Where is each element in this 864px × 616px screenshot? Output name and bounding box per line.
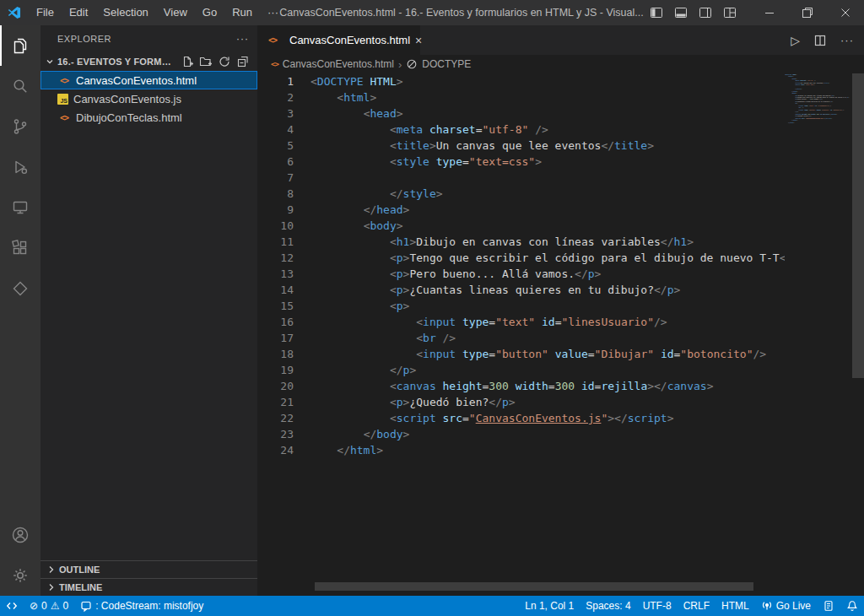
code-line-10[interactable]: 10 <body> bbox=[257, 218, 785, 234]
code-line-17[interactable]: 17 <br /> bbox=[257, 330, 785, 346]
title-bar: FileEditSelectionViewGoRun··· CanvasConE… bbox=[0, 0, 864, 25]
cursor-position[interactable]: Ln 1, Col 1 bbox=[519, 596, 580, 616]
timeline-section[interactable]: TIMELINE bbox=[40, 578, 257, 596]
code-line-23[interactable]: 23 </body> bbox=[257, 426, 785, 442]
eol-sequence[interactable]: CRLF bbox=[678, 596, 716, 616]
minimize-button[interactable] bbox=[750, 0, 788, 25]
horizontal-scrollbar[interactable] bbox=[315, 582, 753, 591]
breadcrumb: <> CanvasConEventos.html › DOCTYPE bbox=[257, 55, 864, 73]
code-line-14[interactable]: 14 <p>¿Cuantas lineas quieres en tu dibu… bbox=[257, 282, 785, 298]
outline-section[interactable]: OUTLINE bbox=[40, 560, 257, 578]
go-live-button[interactable]: Go Live bbox=[755, 596, 817, 616]
line-number: 10 bbox=[257, 218, 294, 234]
code-line-16[interactable]: 16 <input type="text" id="linesUsuario"/… bbox=[257, 314, 785, 330]
problems-indicator[interactable]: ⊘ 0 ⚠ 0 bbox=[24, 596, 74, 616]
code-line-1[interactable]: 1<DOCTYPE HTML> bbox=[257, 73, 785, 89]
new-folder-icon[interactable] bbox=[198, 54, 213, 69]
file-item-DibujoConTeclas.html[interactable]: <>DibujoConTeclas.html bbox=[40, 108, 257, 127]
code-text: <br /> bbox=[294, 330, 456, 346]
menu-run[interactable]: Run bbox=[224, 0, 260, 25]
code-line-11[interactable]: 11 <h1>Dibujo en canvas con líneas varia… bbox=[257, 234, 785, 250]
editor-more-actions[interactable]: ··· bbox=[840, 34, 854, 46]
restore-button[interactable] bbox=[788, 0, 826, 25]
customize-layout-icon[interactable] bbox=[717, 0, 742, 25]
activity-search[interactable] bbox=[0, 66, 40, 106]
code-line-7[interactable]: 7 bbox=[257, 170, 785, 186]
menu-file[interactable]: File bbox=[29, 0, 62, 25]
line-number: 2 bbox=[257, 89, 294, 105]
tab-close-icon[interactable]: × bbox=[415, 34, 422, 47]
menu-view[interactable]: View bbox=[156, 0, 195, 25]
code-line-6[interactable]: 6 <style type="text=css"> bbox=[257, 154, 785, 170]
chevron-right-icon bbox=[44, 580, 59, 595]
code-line-5[interactable]: 5 <title>Un canvas que lee eventos</titl… bbox=[257, 138, 785, 154]
monitor-icon bbox=[10, 197, 30, 218]
file-item-CanvasConEventos.js[interactable]: JSCanvasConEventos.js bbox=[40, 89, 257, 108]
toggle-secondary-sidebar-icon[interactable] bbox=[693, 0, 717, 25]
editor-region: <> CanvasConEventos.html × ▷ ··· <> Canv… bbox=[257, 25, 864, 596]
refresh-icon[interactable] bbox=[217, 54, 232, 69]
menu-selection[interactable]: Selection bbox=[95, 0, 155, 25]
remote-indicator[interactable] bbox=[0, 596, 24, 616]
code-line-8[interactable]: 8 </style> bbox=[257, 186, 785, 202]
toggle-sidebar-icon[interactable] bbox=[644, 0, 668, 25]
collapse-all-icon[interactable] bbox=[235, 54, 251, 69]
code-line-22[interactable]: 22 <script src="CanvasConEventos.js"></s… bbox=[257, 410, 785, 426]
breadcrumb-file[interactable]: CanvasConEventos.html bbox=[283, 58, 394, 70]
language-mode[interactable]: HTML bbox=[716, 596, 755, 616]
code-line-2[interactable]: 2 <html> bbox=[257, 89, 785, 105]
activity-extensions[interactable] bbox=[0, 228, 40, 268]
split-editor-icon[interactable] bbox=[813, 34, 827, 47]
settings-button[interactable] bbox=[0, 555, 40, 596]
code-line-21[interactable]: 21 <p>¿Quedó bien?</p> bbox=[257, 394, 785, 410]
code-text: <p>Pero bueno... Allá vamos.</p> bbox=[294, 266, 601, 282]
toggle-panel-icon[interactable] bbox=[668, 0, 693, 25]
timeline-label: TIMELINE bbox=[59, 582, 102, 592]
activity-extension-diamond[interactable] bbox=[0, 268, 40, 309]
code-text: <input type="button" value="Dibujar" id=… bbox=[294, 346, 766, 362]
feedback-button[interactable] bbox=[817, 596, 840, 616]
code-line-20[interactable]: 20 <canvas height=300 width=300 id=rejil… bbox=[257, 378, 785, 394]
line-number: 3 bbox=[257, 105, 294, 122]
folder-section-header[interactable]: 16.- EVENTOS Y FORMUL... bbox=[40, 52, 257, 71]
run-file-icon[interactable]: ▷ bbox=[791, 34, 800, 47]
code-text: <p> bbox=[294, 298, 409, 314]
activity-explorer[interactable] bbox=[0, 25, 40, 66]
code-line-19[interactable]: 19 </p> bbox=[257, 362, 785, 378]
breadcrumb-separator: › bbox=[398, 58, 402, 71]
explorer-more-actions[interactable]: ··· bbox=[236, 33, 249, 45]
codestream-status[interactable]: : CodeStream: mistofjoy bbox=[74, 596, 209, 616]
new-file-icon[interactable] bbox=[180, 54, 195, 69]
close-button[interactable] bbox=[826, 0, 864, 25]
code-line-15[interactable]: 15 <p> bbox=[257, 298, 785, 314]
account-button[interactable] bbox=[0, 515, 40, 555]
menu-edit[interactable]: Edit bbox=[62, 0, 95, 25]
file-item-CanvasConEventos.html[interactable]: <>CanvasConEventos.html bbox=[40, 71, 257, 89]
vertical-scrollbar[interactable] bbox=[852, 73, 864, 378]
indentation[interactable]: Spaces: 4 bbox=[580, 596, 636, 616]
vscode-logo-icon bbox=[0, 0, 29, 25]
warning-count: 0 bbox=[63, 600, 69, 612]
menu-go[interactable]: Go bbox=[195, 0, 224, 25]
code-line-3[interactable]: 3 <head> bbox=[257, 105, 785, 122]
line-number: 21 bbox=[257, 394, 294, 410]
activity-run-debug[interactable] bbox=[0, 147, 40, 187]
code-line-12[interactable]: 12 <p>Tengo que escribir el código para … bbox=[257, 250, 785, 266]
activity-remote-explorer[interactable] bbox=[0, 187, 40, 228]
code-line-24[interactable]: 24 </html> bbox=[257, 442, 785, 458]
code-text: </body> bbox=[294, 426, 409, 442]
minimap[interactable]: <DOCTYPE HTML> <html> <head> <meta chars… bbox=[785, 73, 852, 596]
code-line-13[interactable]: 13 <p>Pero bueno... Allá vamos.</p> bbox=[257, 266, 785, 282]
search-icon bbox=[10, 76, 30, 96]
tab-canvasconeventos[interactable]: <> CanvasConEventos.html × bbox=[257, 25, 420, 55]
line-number: 4 bbox=[257, 122, 294, 138]
notifications-button[interactable] bbox=[840, 596, 864, 616]
encoding[interactable]: UTF-8 bbox=[637, 596, 678, 616]
code-editor[interactable]: 1<DOCTYPE HTML>2 <html>3 <head>4 <meta c… bbox=[257, 73, 785, 596]
code-text: <meta charset="utf-8" /> bbox=[294, 122, 548, 138]
code-line-9[interactable]: 9 </head> bbox=[257, 202, 785, 218]
code-line-4[interactable]: 4 <meta charset="utf-8" /> bbox=[257, 122, 785, 138]
activity-source-control[interactable] bbox=[0, 106, 40, 147]
breadcrumb-symbol[interactable]: DOCTYPE bbox=[422, 58, 471, 70]
code-line-18[interactable]: 18 <input type="button" value="Dibujar" … bbox=[257, 346, 785, 362]
